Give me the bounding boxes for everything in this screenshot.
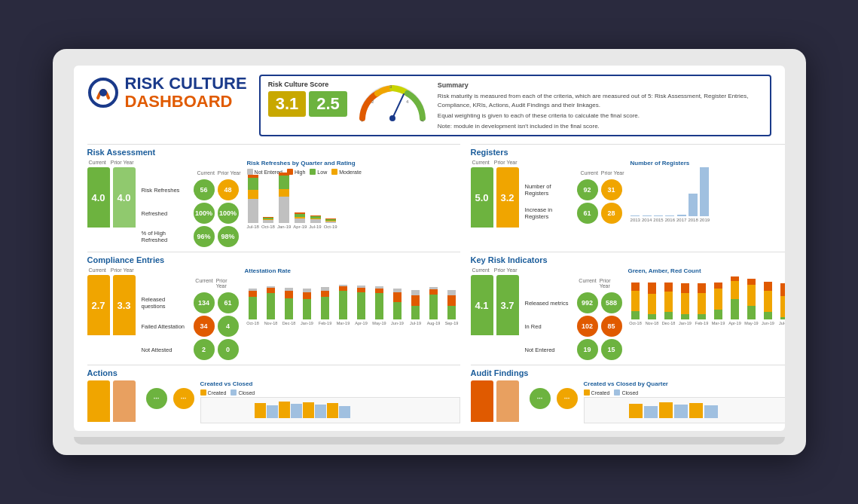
audit-legend: Created Closed (584, 389, 785, 396)
bar-group: 2015 (653, 215, 663, 222)
bar-label: Jan-19 (299, 321, 316, 325)
metric-prior: 15 (601, 339, 622, 360)
bar-seg (285, 298, 293, 319)
bar-seg (747, 285, 756, 306)
ra-current-bar: 4.0 (87, 167, 110, 228)
bar-label: Dec-18 (661, 321, 676, 325)
kri-score-bars: Current Prior Year 4.1 3.7 (471, 267, 519, 335)
bar-label: Oct-19 (324, 225, 337, 229)
table-row: In Red 102 85 (525, 316, 622, 337)
actions-chart: Created vs Closed Created Closed (200, 380, 460, 423)
audit-metrics: ··· ··· (530, 388, 578, 409)
bar-label: Oct-18 (628, 321, 643, 325)
bar-seg (321, 291, 329, 297)
bar-seg (700, 167, 709, 216)
bar-seg (631, 311, 640, 319)
bar-seg (279, 176, 289, 189)
reg-current-bar: 5.0 (471, 167, 493, 228)
audit-score-bars (471, 380, 519, 422)
bar-group: Jan-19 (678, 283, 693, 325)
svg-rect-21 (689, 403, 703, 418)
kri-inner: Current Prior Year 4.1 3.7 (471, 267, 785, 360)
bar-label: Apr-19 (293, 225, 307, 229)
bar-group: 2016 (665, 215, 675, 222)
bar-seg (780, 296, 785, 317)
svg-rect-16 (339, 406, 350, 418)
bar-seg (248, 199, 258, 223)
actions-chart-title: Created vs Closed (200, 380, 460, 387)
registers-title: Registers (471, 148, 785, 157)
bar-label: Apr-19 (353, 321, 370, 325)
metric-prior: 4 (218, 316, 239, 337)
bar-group: Dec-18 (661, 283, 676, 325)
bar-seg (654, 215, 663, 216)
metric-current: 92 (577, 179, 598, 200)
bar-seg (664, 283, 673, 292)
bar-label: Oct-18 (261, 225, 275, 229)
bar-seg (648, 294, 656, 314)
list-item: Low (310, 169, 327, 175)
bar-group: Oct-18 (261, 217, 275, 229)
metric-label: Increase in Registers (525, 206, 574, 220)
bar-group: Jan-19 (299, 289, 316, 325)
svg-rect-20 (674, 405, 688, 418)
metric-current: 100% (194, 203, 215, 224)
bar-seg (780, 283, 785, 296)
ra-bar-chart: Jul-18 Oct-18 (247, 176, 460, 229)
legend-label: Moderate (339, 170, 362, 175)
bar-seg (447, 306, 456, 319)
bar-label: May-19 (744, 321, 759, 325)
bar-seg (447, 295, 456, 306)
bar-group: May-19 (371, 286, 388, 325)
legend-label: Closed (621, 390, 638, 396)
table-row: Increase in Registers 61 28 (525, 203, 624, 224)
kri-current-bar: 4.1 (471, 275, 493, 335)
metric-current: 19 (577, 339, 598, 360)
bar-seg (747, 279, 756, 285)
metric-label: Risk Refreshes (142, 187, 191, 194)
table-row: ··· ··· (146, 388, 194, 409)
bar-seg (411, 290, 420, 295)
metric-label: Failed Attestation (142, 323, 191, 330)
attest-chart: Oct-18 Nov-18 (245, 276, 460, 325)
bar-label: Jul-19 (309, 225, 321, 229)
metric-val: ··· (530, 388, 551, 409)
prior-score: 2.5 (309, 91, 347, 117)
metric-current: 56 (194, 179, 215, 200)
summary-text: Risk maturity is measured from each of t… (438, 92, 762, 108)
bar-group: Apr-19 (353, 286, 370, 325)
ra-prior-col: Prior Year (218, 170, 241, 176)
bar-seg (731, 299, 739, 319)
risk-assessment-title: Risk Assessment (87, 148, 460, 157)
audit-section: Audit Findings ··· ··· (471, 365, 785, 423)
kri-metrics: Current Prior Year Released metrics 992 … (525, 278, 622, 360)
registers-section: Registers Current Prior Year 5.0 3.2 (471, 144, 785, 247)
ra-chart: Risk Refreshes by Quarter and Rating Not… (247, 160, 460, 229)
list-item: Closed (614, 389, 638, 396)
list-item: Created (200, 389, 227, 396)
bar-seg (429, 289, 438, 295)
bar-label: 2015 (653, 218, 663, 222)
actions-section: Actions ··· ··· Cr (87, 365, 460, 423)
svg-rect-15 (327, 403, 338, 418)
comp-chart-title: Attestation Rate (245, 267, 460, 274)
svg-point-1 (99, 89, 107, 96)
bar-label: Nov-18 (645, 321, 660, 325)
sections-grid: Risk Assessment Current Prior Year 4.0 (87, 144, 771, 423)
bar-label: Apr-19 (728, 321, 743, 325)
metric-prior: 0 (218, 339, 239, 360)
svg-rect-9 (255, 403, 266, 418)
reg-prior-col: Prior Year (601, 170, 624, 176)
metric-prior: 61 (218, 292, 239, 313)
reg-current-label: Current (472, 160, 489, 165)
legend-label: Closed (238, 390, 255, 396)
bar-seg (375, 293, 383, 319)
kri-chart-title: Green, Amber, Red Count (628, 267, 785, 274)
metric-prior: 100% (218, 203, 239, 224)
actions-metrics: ··· ··· (146, 388, 194, 409)
bar-seg (648, 283, 656, 294)
audit-chart-title: Created vs Closed by Quarter (584, 380, 785, 387)
table-row: % of High Refreshed 96% 98% (142, 226, 241, 247)
bar-label: Jul-19 (777, 321, 785, 325)
reg-chart: Number of Registers 2013 2014 (631, 160, 785, 222)
